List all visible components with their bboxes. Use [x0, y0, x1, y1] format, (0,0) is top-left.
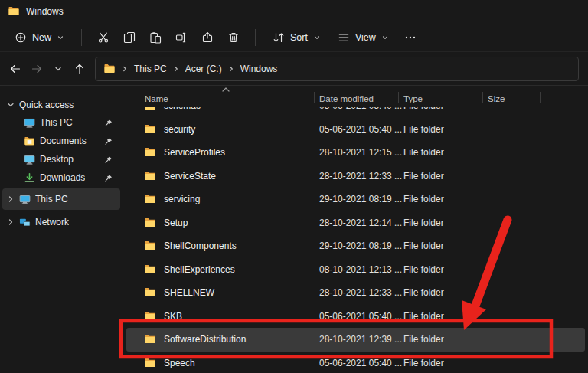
up-button[interactable] — [69, 58, 90, 80]
table-row[interactable]: ServiceState 28-10-2021 12:33 ... File f… — [126, 165, 585, 188]
breadcrumb-drive-c[interactable]: Acer (C:) — [185, 64, 222, 74]
file-list: schemas 05-06-2021 05:40 ... File folder — [123, 107, 588, 373]
table-row[interactable]: SKB 05-06-2021 05:40 ... File folder — [126, 305, 585, 329]
scissors-icon — [97, 31, 109, 44]
file-name: SKB — [164, 311, 182, 322]
pin-icon — [104, 155, 113, 164]
navigation-bar: This PC Acer (C:) Windows — [0, 52, 588, 86]
file-name: SoftwareDistribution — [164, 334, 246, 345]
pin-icon — [104, 137, 113, 146]
table-row[interactable]: SHELLNEW 28-10-2021 12:33 ... File folde… — [126, 281, 585, 305]
folder-icon — [144, 333, 156, 345]
breadcrumb-windows[interactable]: Windows — [240, 64, 278, 74]
file-name: SHELLNEW — [164, 287, 214, 298]
sidebar-section-quick-access[interactable]: Quick access — [2, 97, 120, 113]
file-type: File folder — [403, 240, 488, 251]
file-date-modified: 29-10-2021 08:19 ... — [319, 240, 403, 251]
file-type: File folder — [403, 218, 488, 228]
file-type: File folder — [403, 311, 488, 322]
table-row[interactable]: SoftwareDistribution 28-10-2021 12:39 ..… — [126, 328, 585, 352]
column-header-date-modified[interactable]: Date modified — [319, 94, 403, 103]
column-divider[interactable] — [314, 92, 315, 103]
chevron-down-icon — [57, 34, 64, 41]
column-divider[interactable] — [540, 92, 541, 103]
copy-button[interactable] — [118, 27, 141, 48]
chevron-right-icon — [172, 65, 180, 73]
file-date-modified: 05-06-2021 05:40 ... — [319, 124, 403, 135]
file-type: File folder — [403, 264, 488, 275]
back-button[interactable] — [5, 58, 26, 80]
more-options-button[interactable] — [399, 27, 422, 48]
file-name: ShellComponents — [164, 240, 237, 251]
rename-icon — [175, 31, 188, 44]
file-name: servicing — [164, 194, 200, 204]
view-list-icon — [338, 31, 350, 44]
column-header-type[interactable]: Type — [403, 94, 488, 103]
file-date-modified: 28-10-2021 12:15 ... — [319, 147, 403, 158]
trash-icon — [227, 31, 240, 44]
column-divider[interactable] — [398, 92, 399, 103]
clipboard-paste-icon — [149, 31, 162, 44]
column-header-name[interactable]: Name — [123, 94, 319, 103]
delete-button[interactable] — [222, 27, 245, 48]
pin-icon — [104, 174, 113, 182]
file-type: File folder — [403, 147, 488, 158]
chevron-down-icon — [381, 34, 389, 41]
sidebar-node-this-pc[interactable]: This PC — [2, 188, 120, 210]
sidebar-item-downloads[interactable]: Downloads — [2, 169, 120, 187]
file-date-modified: 28-10-2021 12:14 ... — [319, 218, 403, 228]
file-explorer-window: Windows New — [0, 0, 588, 373]
view-button-label: View — [355, 32, 376, 43]
table-row[interactable]: ServiceProfiles 28-10-2021 12:15 ... Fil… — [126, 141, 585, 165]
folder-icon — [144, 146, 156, 159]
table-row[interactable]: schemas 05-06-2021 05:40 ... File folder — [126, 107, 585, 118]
sort-button[interactable]: Sort — [266, 27, 328, 48]
folder-icon — [144, 193, 156, 205]
copy-icon — [123, 31, 136, 44]
sidebar-item-this-pc[interactable]: This PC — [2, 113, 120, 132]
address-bar[interactable]: This PC Acer (C:) Windows — [95, 57, 579, 81]
file-type: File folder — [403, 358, 488, 368]
sidebar-item-label: Desktop — [40, 154, 74, 165]
folder-icon — [144, 240, 156, 252]
sidebar-item-label: Downloads — [40, 172, 85, 183]
table-row[interactable]: ShellComponents 29-10-2021 08:19 ... Fil… — [126, 234, 585, 258]
file-type: File folder — [403, 334, 488, 345]
sidebar-node-label: This PC — [35, 194, 68, 204]
chevron-right-icon — [7, 195, 15, 203]
column-header-size[interactable]: Size — [488, 94, 540, 103]
file-name: ServiceState — [164, 171, 216, 182]
chevron-right-icon — [227, 65, 235, 73]
chevron-down-icon — [54, 64, 63, 74]
file-date-modified: 28-10-2021 12:33 ... — [319, 287, 403, 298]
forward-button[interactable] — [26, 58, 47, 80]
cut-button[interactable] — [92, 27, 115, 48]
rename-button[interactable] — [170, 27, 193, 48]
column-divider[interactable] — [482, 92, 483, 103]
download-icon — [24, 172, 35, 184]
toolbar-separator — [255, 29, 256, 46]
view-button[interactable]: View — [331, 27, 396, 48]
paste-button[interactable] — [144, 27, 167, 48]
table-row[interactable]: ShellExperiences 08-10-2021 12:13 ... Fi… — [126, 258, 585, 282]
folder-icon — [144, 107, 156, 112]
table-row[interactable]: Setup 28-10-2021 12:14 ... File folder — [126, 211, 585, 235]
toolbar-separator — [81, 29, 82, 46]
file-name: ServiceProfiles — [164, 147, 225, 158]
table-row[interactable]: security 05-06-2021 05:40 ... File folde… — [126, 118, 585, 142]
sidebar-node-network[interactable]: Network — [2, 211, 120, 233]
window-title: Windows — [26, 6, 64, 17]
new-button[interactable]: New — [8, 27, 71, 48]
file-type: File folder — [403, 107, 488, 111]
share-button[interactable] — [196, 27, 219, 48]
folder-icon — [144, 217, 156, 229]
file-name: security — [164, 124, 195, 135]
sidebar-item-documents[interactable]: Documents — [2, 132, 120, 150]
table-row[interactable]: Speech 05-06-2021 05:40 ... File folder — [126, 352, 585, 373]
sidebar-item-desktop[interactable]: Desktop — [2, 150, 120, 169]
folder-icon — [103, 63, 116, 75]
breadcrumb-this-pc[interactable]: This PC — [134, 64, 167, 74]
recent-locations-button[interactable] — [47, 58, 69, 80]
table-row[interactable]: servicing 29-10-2021 08:19 ... File fold… — [126, 188, 585, 211]
monitor-icon — [24, 117, 35, 129]
